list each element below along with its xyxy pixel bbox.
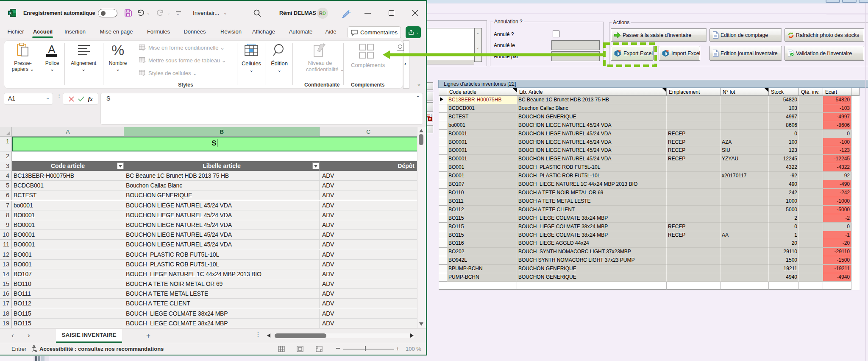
svg-text:A: A bbox=[48, 43, 56, 56]
svg-text:X: X bbox=[9, 11, 12, 15]
svg-text:%: % bbox=[111, 43, 124, 58]
